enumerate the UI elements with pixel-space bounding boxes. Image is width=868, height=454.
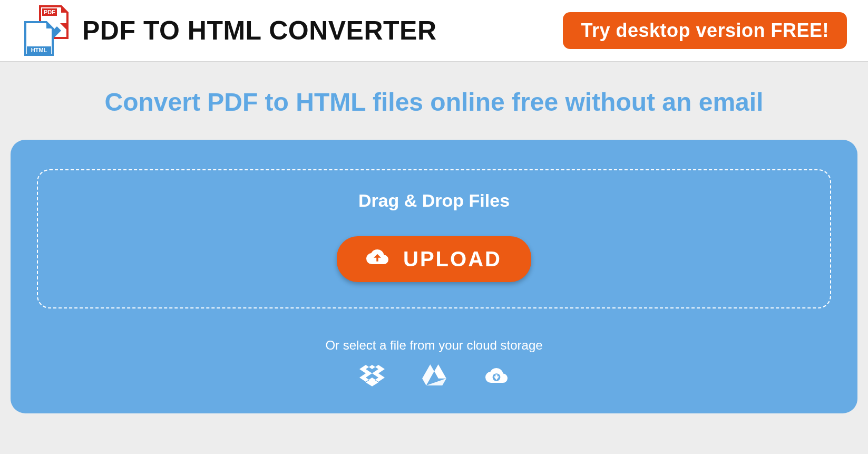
cloud-download-icon	[484, 380, 509, 388]
logo-html-text: HTML	[31, 47, 47, 53]
page-subtitle: Convert PDF to HTML files online free wi…	[0, 88, 868, 117]
app-title: PDF TO HTML CONVERTER	[82, 15, 437, 46]
dropbox-icon	[359, 380, 385, 388]
dropbox-button[interactable]	[359, 364, 385, 388]
logo-pdf-text: PDF	[44, 9, 55, 15]
cloud-provider-row	[37, 364, 831, 388]
header-left: PDF HTML PDF TO HTML CONVERTER	[21, 5, 437, 56]
drag-drop-label: Drag & Drop Files	[48, 190, 820, 211]
upload-button-label: UPLOAD	[403, 247, 502, 271]
cloud-upload-icon	[366, 246, 388, 273]
google-drive-icon	[422, 380, 447, 388]
upload-panel: Drag & Drop Files UPLOAD Or select a fil…	[11, 140, 857, 413]
app-logo: PDF HTML	[21, 5, 72, 56]
cloud-download-button[interactable]	[484, 364, 509, 388]
header: PDF HTML PDF TO HTML CONVERTER Try deskt	[0, 0, 868, 62]
cloud-storage-label: Or select a file from your cloud storage	[37, 338, 831, 353]
upload-button[interactable]: UPLOAD	[337, 236, 531, 282]
dropzone[interactable]: Drag & Drop Files UPLOAD	[37, 169, 831, 308]
try-desktop-button[interactable]: Try desktop version FREE!	[563, 12, 847, 49]
google-drive-button[interactable]	[422, 364, 447, 388]
